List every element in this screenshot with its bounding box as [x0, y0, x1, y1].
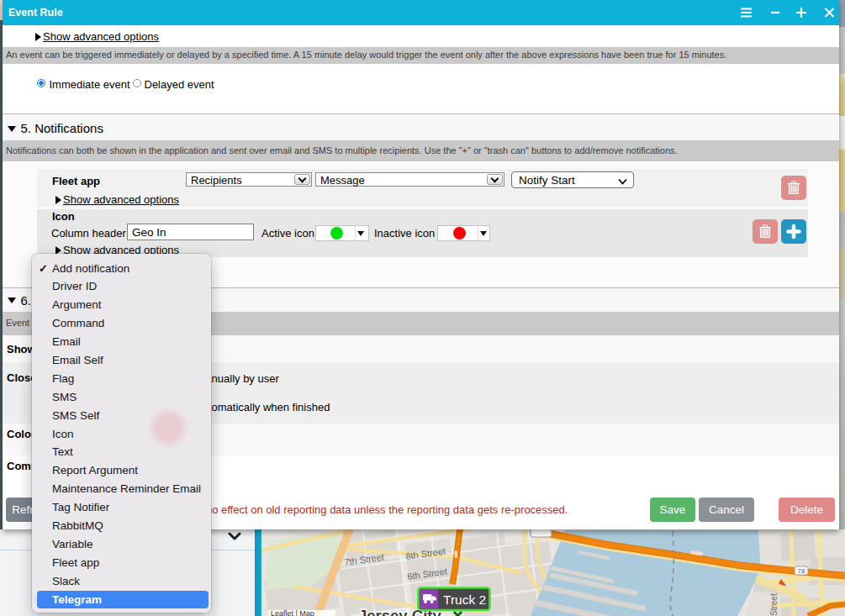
- svg-text:Street: Street: [769, 593, 779, 616]
- svg-text:78: 78: [798, 567, 805, 575]
- svg-text:Leaflet | Map: Leaflet | Map: [271, 609, 314, 616]
- svg-text:Truck 2: Truck 2: [443, 592, 486, 607]
